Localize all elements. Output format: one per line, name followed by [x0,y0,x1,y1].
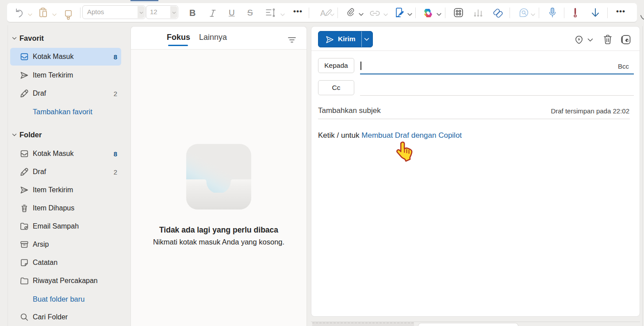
svg-text:A: A [320,9,326,18]
